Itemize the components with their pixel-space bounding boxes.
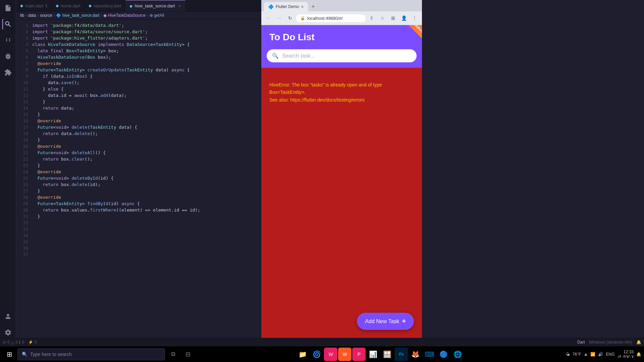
- search-icon: 🔍: [272, 53, 279, 59]
- taskbar-temp: 76°F: [573, 352, 581, 357]
- taskbar-search-placeholder: Type here to search: [30, 352, 72, 357]
- activity-files-icon[interactable]: [3, 3, 13, 13]
- activity-debug-icon[interactable]: [3, 51, 13, 62]
- code-editor[interactable]: 1234567891011121314151617181920212223242…: [16, 19, 261, 338]
- taskbar-pinned-apps: 📁 🌀 W W P 📊 🪟 Ps 🦊 ⌨ 🔵 🌐: [196, 348, 565, 361]
- add-new-task-button[interactable]: Add New Task +: [357, 313, 414, 330]
- code-content[interactable]: import 'package:f4/data/data.dart';impor…: [32, 19, 261, 338]
- status-git[interactable]: ⚡ 0: [28, 340, 37, 345]
- taskbar-right-area: 🌤 76°F ▲ 📶 🔊 ENG 12:33 ۱۴۰۳/۷/۰۷ 🔔: [566, 350, 641, 359]
- breadcrumb: lib › data › source › 🔷 hive_task_sorce.…: [16, 12, 261, 19]
- status-language[interactable]: Dart: [577, 340, 585, 345]
- vscode-editor-area: ◆ main.dart 1 ◆ home.dart ◆ repository.d…: [0, 0, 644, 338]
- editor-container: ◆ main.dart 1 ◆ home.dart ◆ repository.d…: [16, 0, 261, 338]
- status-platform: Windows (windows-x64): [589, 340, 632, 345]
- taskbar-photoshop[interactable]: Ps: [394, 348, 408, 361]
- address-bar[interactable]: 🔒 localhost:49680/#/: [296, 14, 366, 22]
- flutter-search-box[interactable]: 🔍 Search task...: [267, 49, 417, 62]
- sidebar-toggle-button[interactable]: ⊞: [388, 13, 398, 23]
- dart-icon-2: ◆: [56, 3, 59, 8]
- taskbar-app-3[interactable]: W: [338, 348, 352, 361]
- taskbar-search-icon: 🔍: [22, 352, 28, 357]
- activity-search-icon[interactable]: [2, 19, 13, 29]
- flutter-search-area: 🔍 Search task...: [261, 49, 422, 68]
- taskbar: ⊞ 🔍 Type here to search ⧉ ⊟ 📁 🌀 W W P 📊 …: [0, 346, 644, 362]
- taskbar-clock[interactable]: 12:33 ۱۴۰۳/۷/۰۷: [617, 350, 634, 359]
- taskbar-app-2[interactable]: W: [324, 348, 337, 361]
- taskbar-firefox[interactable]: 🦊: [409, 348, 422, 361]
- widgets-button[interactable]: ⊟: [181, 348, 195, 361]
- line-numbers: 1234567891011121314151617181920212223242…: [16, 19, 32, 338]
- refresh-button[interactable]: ↻: [285, 13, 295, 23]
- status-left: ⊘ 0 △ 3 ℹ 0 ⚡ 0: [3, 340, 37, 345]
- search-placeholder-text: Search task...: [282, 53, 411, 59]
- taskbar-vscode[interactable]: ⌨: [423, 348, 436, 361]
- tab-main-dart[interactable]: ◆ main.dart 1: [16, 0, 52, 11]
- browser-tabs: 🔷 Flutter Demo × +: [261, 0, 422, 11]
- taskbar-chrome-2[interactable]: 🌐: [451, 348, 464, 361]
- status-bar: ⊘ 0 △ 3 ℹ 0 ⚡ 0 Dart Windows (windows-x6…: [0, 338, 644, 346]
- flutter-error-message: HiveError: The box "tasks" is already op…: [261, 68, 422, 117]
- new-tab-button[interactable]: +: [309, 2, 318, 11]
- share-button[interactable]: ⇪: [367, 13, 376, 23]
- profile-button[interactable]: 👤: [399, 13, 409, 23]
- dart-icon: ◆: [20, 3, 23, 8]
- browser-tab-flutter[interactable]: 🔷 Flutter Demo ×: [264, 2, 308, 11]
- taskbar-app-4[interactable]: P: [352, 348, 366, 361]
- flutter-app: To Do List DEBUG 🔍 Search task... HiveEr…: [261, 25, 422, 338]
- taskbar-app-6[interactable]: 🪟: [380, 348, 394, 361]
- browser-nav: ← → ↻ 🔒 localhost:49680/#/ ⇪ ☆ ⊞ 👤 ⋮: [261, 11, 422, 25]
- taskbar-file-explorer[interactable]: 📁: [296, 348, 309, 361]
- tab-hive-task-sorce[interactable]: ◆ hive_task_sorce.dart ×: [125, 0, 185, 11]
- tab-repository-dart[interactable]: ◆ repository.dart: [85, 0, 125, 11]
- browser-panel: 🔷 Flutter Demo × + ← → ↻ 🔒 localhost:496…: [261, 0, 422, 338]
- menu-button[interactable]: ⋮: [410, 13, 419, 23]
- status-right: Dart Windows (windows-x64) 🔔: [577, 340, 641, 345]
- task-view-button[interactable]: ⧉: [166, 348, 180, 361]
- tab-close-button[interactable]: ×: [178, 3, 181, 9]
- error-line-3: See also: https://flutter.dev/docs/testi…: [269, 96, 414, 104]
- taskbar-sound-icon: 🔊: [598, 352, 603, 357]
- taskbar-battery-icon: 🌤: [566, 352, 570, 357]
- taskbar-notification-icon[interactable]: 🔔: [636, 352, 641, 357]
- start-button[interactable]: ⊞: [3, 348, 16, 361]
- taskbar-search-box[interactable]: 🔍 Type here to search: [17, 348, 165, 360]
- flutter-favicon: 🔷: [268, 4, 274, 9]
- app-title: To Do List: [269, 32, 315, 43]
- dart-icon-4: ◆: [129, 4, 132, 8]
- taskbar-up-arrow: ▲: [584, 352, 588, 357]
- activity-extensions-icon[interactable]: [3, 67, 13, 78]
- taskbar-chrome[interactable]: 🔵: [437, 348, 450, 361]
- star-button[interactable]: ☆: [378, 13, 387, 23]
- taskbar-app-5[interactable]: 📊: [366, 348, 380, 361]
- address-lock-icon: 🔒: [300, 16, 305, 20]
- flutter-header: To Do List DEBUG: [261, 25, 422, 49]
- error-line-2: Box<TaskEntity>.: [269, 88, 414, 96]
- activity-source-control-icon[interactable]: [3, 35, 13, 46]
- dart-icon-3: ◆: [89, 3, 92, 8]
- activity-account-icon[interactable]: [3, 311, 13, 322]
- taskbar-lang[interactable]: ENG: [606, 352, 614, 357]
- browser-tab-close-button[interactable]: ×: [301, 4, 304, 9]
- activity-settings-icon[interactable]: [3, 327, 13, 338]
- activity-bar: [0, 0, 16, 338]
- debug-badge: DEBUG: [405, 25, 422, 42]
- taskbar-app-1[interactable]: 🌀: [310, 348, 323, 361]
- forward-button[interactable]: →: [275, 13, 284, 23]
- tab-bar: ◆ main.dart 1 ◆ home.dart ◆ repository.d…: [16, 0, 261, 12]
- back-button[interactable]: ←: [264, 13, 273, 23]
- tab-home-dart[interactable]: ◆ home.dart: [52, 0, 85, 11]
- taskbar-wifi-icon: 📶: [590, 352, 595, 357]
- status-notifications: 🔔: [636, 340, 641, 345]
- browser-chrome: 🔷 Flutter Demo × + ← → ↻ 🔒 localhost:496…: [261, 0, 422, 25]
- status-errors[interactable]: ⊘ 0 △ 3 ℹ 0: [3, 340, 24, 345]
- nav-actions: ⇪ ☆ ⊞ 👤 ⋮: [367, 13, 419, 23]
- error-line-1: HiveError: The box "tasks" is already op…: [269, 81, 414, 88]
